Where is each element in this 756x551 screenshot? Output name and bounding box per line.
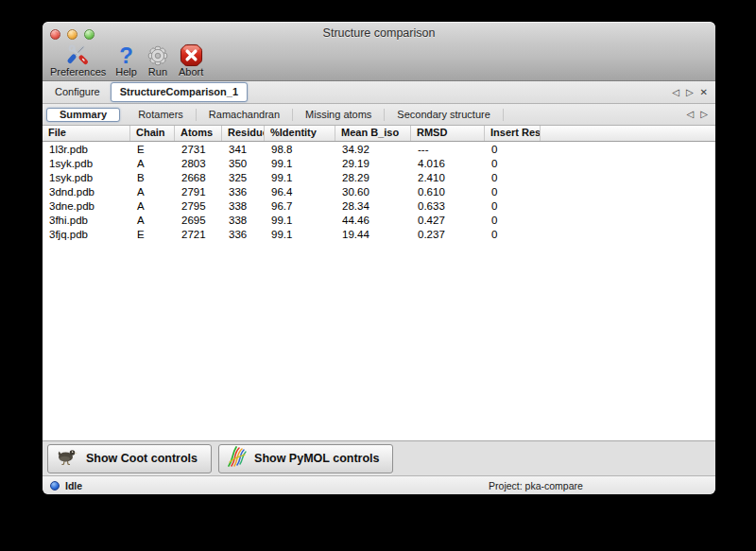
pymol-ribbon-icon	[227, 446, 248, 471]
help-button[interactable]: ? Help	[115, 43, 137, 77]
cell--identity: 99.1	[265, 229, 335, 240]
cell-insert-res-: 0	[485, 158, 541, 169]
cell-chain: A	[130, 200, 175, 212]
cell-residues: 336	[222, 186, 265, 198]
cell-chain: E	[130, 144, 175, 155]
cell-mean-b-iso: 34.92	[335, 144, 411, 155]
view-tab-bar: Summary Rotamers Ramachandran Missing at…	[43, 104, 715, 126]
table-row[interactable]: 3dne.pdbA279533896.728.340.6330	[43, 198, 715, 213]
toolbar-item-label: Help	[115, 67, 137, 77]
table-row[interactable]: 1syk.pdbB266832599.128.292.4100	[43, 170, 715, 184]
tab-prev-icon[interactable]: ◁	[687, 110, 695, 119]
footer-button-label: Show PyMOL controls	[254, 452, 379, 465]
status-bar: Idle Project: pka-compare	[43, 475, 715, 494]
cell-insert-res-: 0	[485, 186, 541, 198]
cell-atoms: 2721	[175, 229, 222, 240]
cell-atoms: 2795	[175, 200, 222, 212]
cell-chain: A	[130, 158, 175, 169]
column-header-rmsd[interactable]: RMSD	[411, 126, 485, 141]
cell-chain: E	[130, 229, 175, 240]
cell-rmsd: 2.410	[411, 172, 485, 183]
tab-missing-atoms[interactable]: Missing atoms	[293, 109, 385, 121]
titlebar[interactable]: Structure comparison	[43, 23, 715, 43]
cell-chain: A	[130, 215, 175, 226]
show-pymol-controls-button[interactable]: Show PyMOL controls	[218, 444, 393, 474]
tools-icon	[66, 43, 90, 67]
column-header-residues[interactable]: Residues	[222, 126, 265, 141]
question-mark-icon: ?	[119, 43, 133, 67]
cell-insert-res-: 0	[485, 229, 541, 240]
cell-file: 1l3r.pdb	[43, 144, 130, 155]
column-header-atoms[interactable]: Atoms	[175, 126, 222, 141]
cell--identity: 99.1	[265, 158, 335, 169]
column-header-mean-b-iso[interactable]: Mean B_iso	[335, 126, 411, 141]
cell-insert-res-: 0	[485, 172, 541, 183]
cell-rmsd: 0.633	[411, 200, 485, 212]
status-text: Idle	[65, 480, 82, 491]
run-button[interactable]: Run	[146, 43, 169, 77]
show-coot-controls-button[interactable]: Show Coot controls	[47, 444, 212, 474]
table-row[interactable]: 1l3r.pdbE273134198.834.92---0	[43, 142, 715, 156]
tab-next-icon[interactable]: ▷	[686, 88, 694, 97]
cell-chain: B	[130, 172, 175, 183]
toolbar-item-label: Preferences	[50, 67, 106, 77]
cell-file: 1syk.pdb	[43, 172, 130, 183]
summary-table: FileChainAtomsResidues%IdentityMean B_is…	[43, 126, 715, 441]
abort-octagon-icon	[180, 43, 203, 67]
cell-mean-b-iso: 19.44	[335, 229, 411, 240]
cell-rmsd: 0.427	[411, 215, 485, 226]
app-window: Structure comparison Preferences	[43, 22, 715, 494]
cell-file: 3fhi.pdb	[43, 215, 130, 226]
table-row[interactable]: 3dnd.pdbA279133696.430.600.6100	[43, 184, 715, 198]
cell-atoms: 2695	[175, 215, 222, 226]
cell-file: 3dne.pdb	[43, 200, 130, 212]
cell-atoms: 2668	[175, 172, 222, 183]
cell--identity: 96.7	[265, 200, 335, 212]
tab-configure[interactable]: Configure	[44, 84, 111, 100]
toolbar-item-label: Abort	[179, 67, 203, 77]
tab-summary[interactable]: Summary	[46, 108, 120, 122]
cell-residues: 325	[222, 172, 265, 183]
cell-file: 1syk.pdb	[43, 158, 130, 169]
cell-mean-b-iso: 30.60	[335, 186, 411, 198]
column-header-chain[interactable]: Chain	[130, 126, 175, 141]
tab-close-icon[interactable]: ✕	[700, 88, 708, 97]
tab-structurecomparison-1[interactable]: StructureComparison_1	[111, 82, 248, 102]
doc-tab-nav: ◁ ▷ ✕	[672, 88, 708, 97]
cell-atoms: 2791	[175, 186, 222, 198]
table-row[interactable]: 1syk.pdbA280335099.129.194.0160	[43, 156, 715, 170]
cell-insert-res-: 0	[485, 200, 541, 212]
cell-file: 3fjq.pdb	[43, 229, 130, 240]
cell-atoms: 2803	[175, 158, 222, 169]
footer-button-label: Show Coot controls	[86, 452, 198, 465]
cell--identity: 99.1	[265, 215, 335, 226]
preferences-button[interactable]: Preferences	[50, 43, 106, 77]
table-row[interactable]: 3fjq.pdbE272133699.119.440.2370	[43, 227, 715, 241]
table-row[interactable]: 3fhi.pdbA269533899.144.460.4270	[43, 213, 715, 227]
column-header-filler	[541, 126, 715, 141]
view-tab-nav: ◁ ▷	[687, 110, 708, 119]
window-header: Structure comparison Preferences	[43, 22, 715, 81]
tab-secondary-structure[interactable]: Secondary structure	[385, 109, 503, 121]
column-header-file[interactable]: File	[43, 126, 130, 141]
cell-rmsd: 4.016	[411, 158, 485, 169]
controls-footer: Show Coot controls Show PyMOL controls	[43, 441, 715, 475]
cell-chain: A	[130, 186, 175, 198]
tab-next-icon[interactable]: ▷	[700, 110, 708, 119]
cell-rmsd: 0.237	[411, 229, 485, 240]
cell-insert-res-: 0	[485, 215, 541, 226]
cell-mean-b-iso: 44.46	[335, 215, 411, 226]
tab-ramachandran[interactable]: Ramachandran	[197, 109, 293, 121]
abort-button[interactable]: Abort	[179, 43, 203, 77]
tab-rotamers[interactable]: Rotamers	[126, 109, 197, 121]
tab-prev-icon[interactable]: ◁	[672, 88, 679, 97]
cell-rmsd: ---	[411, 144, 485, 155]
cell-mean-b-iso: 28.29	[335, 172, 411, 183]
column-header--identity[interactable]: %Identity	[265, 126, 335, 141]
status-indicator-icon	[50, 481, 60, 491]
cell-atoms: 2731	[175, 144, 222, 155]
project-label: Project: pka-compare	[451, 480, 621, 491]
gear-icon	[146, 43, 169, 67]
column-header-insert-res-[interactable]: Insert Res.	[485, 126, 541, 141]
cell--identity: 99.1	[265, 172, 335, 183]
